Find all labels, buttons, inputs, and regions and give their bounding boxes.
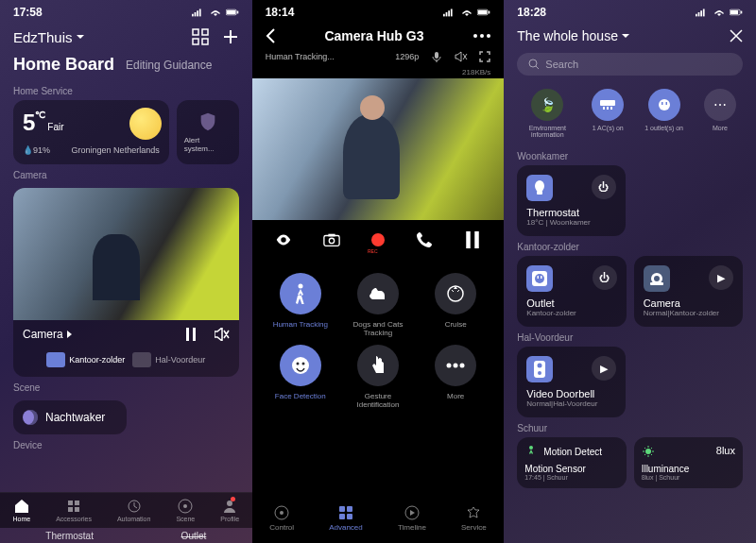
svg-rect-23 (449, 10, 451, 16)
stream-info: Human Tracking... 1296p (252, 47, 505, 66)
humidity: 💧91% (23, 145, 50, 155)
camera-card[interactable]: Camera Kantoor-zolder Hal-Voordeur (13, 188, 239, 377)
mic-icon[interactable] (430, 51, 443, 62)
play-button[interactable]: ▶ (592, 356, 616, 381)
power-button[interactable]: ⏻ (593, 265, 617, 290)
thermostat-icon (526, 175, 553, 201)
feature-cruise[interactable]: Cruise (421, 273, 490, 337)
svg-rect-48 (347, 506, 352, 512)
wifi-icon (209, 8, 222, 17)
quick-outlet[interactable]: 1 outlet(s) on (644, 89, 683, 138)
svg-point-33 (329, 238, 334, 243)
resolution[interactable]: 1296p (395, 52, 419, 61)
more-icon[interactable] (473, 34, 490, 38)
tab-advanced[interactable]: Advanced (329, 505, 363, 532)
mute-icon[interactable] (215, 328, 230, 341)
tab-timeline[interactable]: Timeline (398, 505, 426, 532)
feature-human-tracking[interactable]: Human Tracking (266, 273, 335, 337)
board-title[interactable]: Home Board (13, 55, 114, 75)
svg-rect-0 (192, 14, 194, 17)
tab-service[interactable]: Service (461, 505, 487, 532)
quick-more[interactable]: ⋯More (704, 89, 736, 138)
search-input[interactable]: Search (517, 53, 743, 76)
svg-rect-27 (489, 11, 490, 14)
chevron-down-icon (622, 34, 629, 39)
sub-camera-kantoor[interactable]: Kantoor-zolder (46, 352, 125, 367)
status-bar: 18:14 (252, 0, 505, 25)
svg-rect-57 (730, 10, 738, 14)
status-bar: 17:58 (0, 0, 252, 25)
sub-camera-hal[interactable]: Hal-Voordeur (132, 352, 205, 367)
svg-point-64 (659, 99, 670, 110)
tab-control[interactable]: Control (269, 505, 294, 532)
device-thermostat[interactable]: Thermostat (45, 531, 94, 541)
weather-card[interactable]: 5℃Fair 💧91% Groningen Netherlands (13, 100, 169, 164)
shield-icon (198, 111, 218, 132)
status-bar: 18:28 (504, 0, 756, 25)
svg-rect-24 (451, 9, 453, 17)
speaker-mute-icon[interactable] (455, 51, 468, 62)
camera-icon (644, 265, 670, 292)
tab-automation[interactable]: Automation (117, 499, 150, 522)
grid-icon[interactable] (192, 28, 209, 45)
record-button[interactable] (371, 233, 385, 246)
play-button[interactable]: ▶ (709, 265, 733, 290)
quick-environment[interactable]: 🍃Environment information (524, 89, 571, 138)
camera-preview[interactable] (13, 188, 239, 320)
location: Groningen Netherlands (72, 145, 160, 155)
section-device: Device (0, 434, 252, 454)
feature-face-detection[interactable]: Face Detection (266, 345, 335, 409)
device-outlet[interactable]: Outlet (181, 531, 207, 541)
sensor-motion[interactable]: Motion Detect Motion Sensor 17:45 | Schu… (517, 437, 626, 488)
tab-home[interactable]: Home (13, 499, 31, 522)
feature-gesture[interactable]: Gesture Identification (343, 345, 413, 409)
camera-header: Camera Hub G3 (252, 25, 505, 47)
home-screen: 17:58 EdzThuis Home Board Editing Guidan… (0, 0, 252, 543)
sensor-illuminance[interactable]: 8lux Illuminance 8lux | Schuur (634, 437, 743, 488)
room-schuur: Schuur (504, 417, 756, 437)
device-camera[interactable]: ▶ Camera Normal|Kantoor-zolder (634, 256, 743, 327)
live-controls (252, 220, 505, 260)
feature-dog-cat-tracking[interactable]: Dogs and Cats Tracking (343, 273, 413, 337)
status-time: 18:28 (517, 6, 546, 19)
quick-ac[interactable]: 1 AC(s) on (592, 89, 624, 138)
tab-accessories[interactable]: Accessories (56, 499, 92, 522)
svg-rect-5 (226, 10, 235, 14)
live-view[interactable] (252, 78, 505, 220)
editing-guidance[interactable]: Editing Guidance (126, 59, 212, 72)
scene-nachtwaker[interactable]: Nachtwaker (13, 400, 127, 434)
house-header: The whole house (504, 25, 756, 47)
eye-icon[interactable] (275, 231, 292, 248)
quick-actions: 🍃Environment information 1 AC(s) on 1 ou… (504, 81, 756, 145)
home-selector[interactable]: EdzThuis (13, 29, 84, 45)
camera-link[interactable]: Camera (23, 328, 73, 341)
device-doorbell[interactable]: ▶ Video Doorbell Normal|Hal-Voordeur (517, 347, 626, 417)
camera-title: Camera Hub G3 (324, 28, 423, 43)
svg-point-40 (296, 363, 299, 365)
fullscreen-icon[interactable] (479, 51, 490, 62)
feature-more[interactable]: More (421, 345, 490, 409)
pause-icon[interactable] (184, 328, 198, 341)
tab-profile[interactable]: Profile (220, 499, 239, 522)
plus-icon[interactable] (222, 28, 239, 45)
device-outlet[interactable]: ⏻ Outlet Kantoor-zolder (517, 256, 626, 327)
device-thermostat[interactable]: ⏻ Thermostat 18°C | Woonkamer (517, 165, 626, 236)
signal-icon (443, 8, 456, 17)
power-button[interactable]: ⏻ (592, 175, 616, 199)
tab-scene[interactable]: Scene (176, 499, 195, 522)
svg-rect-2 (197, 10, 198, 16)
svg-point-44 (460, 364, 465, 368)
svg-point-46 (280, 511, 284, 515)
pause-icon[interactable] (464, 231, 481, 248)
light-icon (642, 445, 655, 458)
svg-point-41 (301, 363, 304, 365)
alert-card[interactable]: Alert system... (177, 100, 239, 164)
svg-rect-71 (538, 276, 540, 279)
close-icon[interactable] (730, 29, 743, 42)
signal-icon (192, 8, 205, 17)
house-selector[interactable]: The whole house (517, 28, 629, 43)
svg-point-79 (529, 446, 533, 450)
snapshot-icon[interactable] (323, 231, 340, 248)
back-icon[interactable] (266, 28, 275, 43)
call-icon[interactable] (416, 231, 433, 248)
